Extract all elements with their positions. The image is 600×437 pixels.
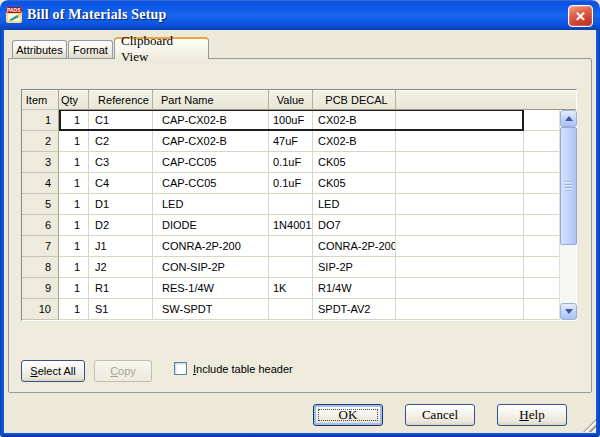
cell-part-name[interactable]: CONRA-2P-200 [153, 236, 269, 257]
tab-format[interactable]: Format [68, 40, 113, 58]
column-header-pcb-decal[interactable]: PCB DECAL [313, 90, 396, 110]
table-row[interactable]: 41C4CAP-CC050.1uFCK05 [22, 173, 576, 194]
cell-pcb-decal[interactable]: DO7 [313, 215, 396, 236]
cancel-button[interactable]: Cancel [405, 404, 475, 426]
cell-reference[interactable]: C1 [89, 110, 153, 131]
cell-part-name[interactable]: CON-SIP-2P [153, 257, 269, 278]
column-header-value[interactable]: Value [269, 90, 313, 110]
cell-filler[interactable] [396, 278, 524, 299]
cell-value[interactable] [269, 299, 313, 320]
cell-item[interactable]: 7 [22, 236, 59, 257]
table-row[interactable]: 91R1RES-1/4W1KR1/4W [22, 278, 576, 299]
cell-reference[interactable]: C4 [89, 173, 153, 194]
titlebar[interactable]: PADS Bill of Materials Setup ✕ [0, 0, 600, 30]
cell-pcb-decal[interactable]: CX02-B [313, 110, 396, 131]
cell-filler[interactable] [396, 152, 524, 173]
scrollbar-thumb[interactable] [560, 127, 577, 245]
table-row[interactable]: 81J2CON-SIP-2PSIP-2P [22, 257, 576, 278]
ok-button[interactable]: OK [313, 404, 383, 426]
cell-item[interactable]: 5 [22, 194, 59, 215]
vertical-scrollbar[interactable] [559, 110, 576, 320]
cell-filler[interactable] [396, 110, 524, 131]
column-header-reference[interactable]: Reference [89, 90, 153, 110]
cell-item[interactable]: 6 [22, 215, 59, 236]
resize-grip[interactable] [583, 419, 596, 432]
cell-value[interactable]: 1N4001 [269, 215, 313, 236]
cell-filler[interactable] [396, 131, 524, 152]
table-row[interactable]: 51D1LEDLED [22, 194, 576, 215]
cell-filler[interactable] [396, 236, 524, 257]
cell-part-name[interactable]: CAP-CC05 [153, 173, 269, 194]
cell-pcb-decal[interactable]: R1/4W [313, 278, 396, 299]
cell-qty[interactable]: 1 [59, 278, 89, 299]
help-button[interactable]: Help [497, 404, 567, 426]
cell-item[interactable]: 1 [22, 110, 59, 131]
cell-qty[interactable]: 1 [59, 257, 89, 278]
tab-clipboard-view[interactable]: Clipboard View [114, 37, 209, 59]
include-table-header-option[interactable]: Include table header [174, 362, 293, 375]
cell-qty[interactable]: 1 [59, 131, 89, 152]
cell-pcb-decal[interactable]: CK05 [313, 152, 396, 173]
cell-item[interactable]: 4 [22, 173, 59, 194]
cell-qty[interactable]: 1 [59, 215, 89, 236]
tab-attributes[interactable]: Attributes [12, 40, 67, 58]
cell-part-name[interactable]: SW-SPDT [153, 299, 269, 320]
cell-part-name[interactable]: DIODE [153, 215, 269, 236]
cell-filler[interactable] [396, 215, 524, 236]
scrollbar-up-button[interactable] [560, 110, 577, 127]
table-row[interactable]: 61D2DIODE1N4001DO7 [22, 215, 576, 236]
cell-reference[interactable]: D2 [89, 215, 153, 236]
table-row[interactable]: 21C2CAP-CX02-B47uFCX02-B [22, 131, 576, 152]
cell-item[interactable]: 10 [22, 299, 59, 320]
cell-pcb-decal[interactable]: LED [313, 194, 396, 215]
cell-part-name[interactable]: CAP-CX02-B [153, 110, 269, 131]
column-header-qty[interactable]: Qty [59, 90, 89, 110]
column-header-item[interactable]: Item [22, 90, 59, 110]
cell-item[interactable]: 9 [22, 278, 59, 299]
cell-pcb-decal[interactable]: SIP-2P [313, 257, 396, 278]
cell-reference[interactable]: S1 [89, 299, 153, 320]
cell-pcb-decal[interactable]: CONRA-2P-200 [313, 236, 396, 257]
cell-pcb-decal[interactable]: CX02-B [313, 131, 396, 152]
scrollbar-down-button[interactable] [560, 303, 577, 320]
cell-reference[interactable]: J1 [89, 236, 153, 257]
table-row[interactable]: 71J1CONRA-2P-200CONRA-2P-200 [22, 236, 576, 257]
cell-value[interactable] [269, 257, 313, 278]
cell-value[interactable]: 0.1uF [269, 152, 313, 173]
cell-reference[interactable]: D1 [89, 194, 153, 215]
cell-pcb-decal[interactable]: CK05 [313, 173, 396, 194]
table-row[interactable]: 101S1SW-SPDTSPDT-AV2 [22, 299, 576, 320]
cell-qty[interactable]: 1 [59, 110, 89, 131]
cell-part-name[interactable]: CAP-CC05 [153, 152, 269, 173]
cell-item[interactable]: 3 [22, 152, 59, 173]
cell-filler[interactable] [396, 194, 524, 215]
cell-value[interactable] [269, 194, 313, 215]
cell-qty[interactable]: 1 [59, 152, 89, 173]
table-row[interactable]: 11C1CAP-CX02-B100uFCX02-B [22, 110, 576, 131]
cell-part-name[interactable]: LED [153, 194, 269, 215]
cell-part-name[interactable]: RES-1/4W [153, 278, 269, 299]
select-all-button[interactable]: Select All [21, 360, 85, 382]
include-table-header-checkbox[interactable] [174, 362, 187, 375]
cell-pcb-decal[interactable]: SPDT-AV2 [313, 299, 396, 320]
cell-reference[interactable]: R1 [89, 278, 153, 299]
cell-value[interactable]: 100uF [269, 110, 313, 131]
cell-qty[interactable]: 1 [59, 236, 89, 257]
close-button[interactable]: ✕ [568, 5, 593, 27]
cell-qty[interactable]: 1 [59, 194, 89, 215]
cell-item[interactable]: 2 [22, 131, 59, 152]
cell-filler[interactable] [396, 257, 524, 278]
column-header-part-name[interactable]: Part Name [153, 90, 269, 110]
cell-reference[interactable]: C2 [89, 131, 153, 152]
cell-qty[interactable]: 1 [59, 173, 89, 194]
cell-item[interactable]: 8 [22, 257, 59, 278]
cell-value[interactable]: 1K [269, 278, 313, 299]
cell-qty[interactable]: 1 [59, 299, 89, 320]
table-row[interactable]: 31C3CAP-CC050.1uFCK05 [22, 152, 576, 173]
cell-part-name[interactable]: CAP-CX02-B [153, 131, 269, 152]
cell-reference[interactable]: C3 [89, 152, 153, 173]
cell-value[interactable] [269, 236, 313, 257]
cell-filler[interactable] [396, 173, 524, 194]
copy-button[interactable]: Copy [94, 360, 152, 382]
cell-filler[interactable] [396, 299, 524, 320]
